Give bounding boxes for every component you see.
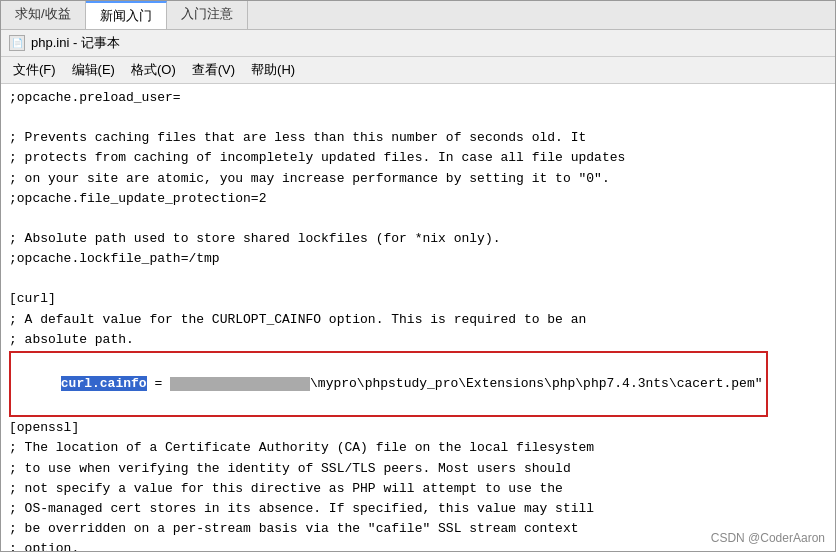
curl-cainfo-path: \mypro\phpstudy_pro\Extensions\php\php7.… [310,376,762,391]
tab-2[interactable]: 入门注意 [167,1,248,29]
code-line-2 [9,108,827,128]
curl-cainfo-key: curl.cainfo [61,376,147,391]
code-line-1: ;opcache.preload_user= [9,88,827,108]
code-line-8: ; Absolute path used to store shared loc… [9,229,827,249]
tab-0[interactable]: 求知/收益 [1,1,86,29]
tab-bar: 求知/收益 新闻入门 入门注意 [1,1,835,30]
code-line-18: ; not specify a value for this directive… [9,479,827,499]
code-line-12: ; A default value for the CURLOPT_CAINFO… [9,310,827,330]
code-line-21: ; option. [9,539,827,551]
main-window: 求知/收益 新闻入门 入门注意 📄 php.ini - 记事本 文件(F) 编辑… [0,0,836,552]
code-line-11: [curl] [9,289,827,309]
menu-edit[interactable]: 编辑(E) [64,59,123,81]
code-line-3: ; Prevents caching files that are less t… [9,128,827,148]
code-line-20: ; be overridden on a per-stream basis vi… [9,519,827,539]
redacted-path [170,377,310,391]
window-icon: 📄 [9,35,25,51]
code-line-17: ; to use when verifying the identity of … [9,459,827,479]
menu-format[interactable]: 格式(O) [123,59,184,81]
code-line-6: ;opcache.file_update_protection=2 [9,189,827,209]
code-line-4: ; protects from caching of incompletely … [9,148,827,168]
menu-bar: 文件(F) 编辑(E) 格式(O) 查看(V) 帮助(H) [1,57,835,84]
code-line-13: ; absolute path. [9,330,827,350]
window-title: php.ini - 记事本 [31,34,120,52]
code-line-9: ;opcache.lockfile_path=/tmp [9,249,827,269]
curl-cainfo-line: curl.cainfo = \mypro\phpstudy_pro\Extens… [9,351,768,417]
editor-area[interactable]: ;opcache.preload_user= ; Prevents cachin… [1,84,835,551]
menu-help[interactable]: 帮助(H) [243,59,303,81]
title-bar: 📄 php.ini - 记事本 [1,30,835,57]
menu-file[interactable]: 文件(F) [5,59,64,81]
code-line-19: ; OS-managed cert stores in its absence.… [9,499,827,519]
watermark: CSDN @CoderAaron [711,531,825,545]
code-line-10 [9,269,827,289]
code-line-5: ; on your site are atomic, you may incre… [9,169,827,189]
menu-view[interactable]: 查看(V) [184,59,243,81]
tab-1[interactable]: 新闻入门 [86,1,167,29]
code-line-16: ; The location of a Certificate Authorit… [9,438,827,458]
code-line-7 [9,209,827,229]
curl-cainfo-equals: = [147,376,170,391]
code-line-openssl: [openssl] [9,418,827,438]
